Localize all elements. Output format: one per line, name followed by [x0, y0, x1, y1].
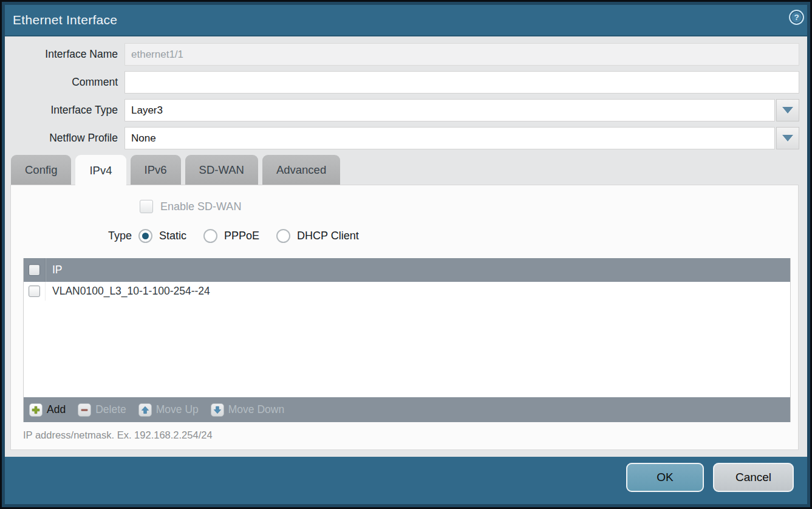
- field-netflow-profile: Netflow Profile None: [5, 127, 799, 149]
- ip-format-hint: IP address/netmask. Ex. 192.168.2.254/24: [23, 429, 798, 441]
- dialog-content: Interface Name Comment Interface Type La…: [5, 35, 807, 457]
- chevron-down-icon: [782, 107, 793, 114]
- arrow-up-icon: [138, 403, 152, 417]
- column-header-ip: IP: [46, 264, 63, 276]
- netflow-profile-select[interactable]: None: [125, 127, 775, 149]
- radio-option-pppoe[interactable]: PPPoE: [203, 229, 259, 243]
- enable-sdwan-label: Enable SD-WAN: [160, 200, 241, 213]
- arrow-down-icon: [211, 403, 224, 417]
- netflow-profile-dropdown-button[interactable]: [776, 127, 799, 149]
- field-comment: Comment: [5, 71, 799, 94]
- netflow-profile-label: Netflow Profile: [5, 127, 125, 149]
- form-area: Interface Name Comment Interface Type La…: [5, 36, 807, 149]
- tab-ipv6[interactable]: IPv6: [131, 155, 181, 185]
- chevron-down-icon: [782, 135, 793, 142]
- delete-button: Delete: [78, 403, 126, 417]
- ip-table: IP VLAN0100_L3_10-1-100-254--24: [23, 258, 791, 422]
- dialog-title: Ethernet Interface: [13, 13, 117, 27]
- ip-cell: VLAN0100_L3_10-1-100-254--24: [46, 285, 210, 298]
- tab-bar: Config IPv4 IPv6 SD-WAN Advanced: [5, 155, 807, 185]
- move-down-button-label: Move Down: [228, 403, 284, 416]
- table-row[interactable]: VLAN0100_L3_10-1-100-254--24: [24, 282, 790, 301]
- ip-table-body: VLAN0100_L3_10-1-100-254--24: [24, 282, 790, 397]
- interface-type-select[interactable]: Layer3: [125, 99, 775, 121]
- radio-option-dhcp-client[interactable]: DHCP Client: [276, 229, 359, 243]
- add-button-label: Add: [47, 403, 66, 416]
- minus-icon: [78, 403, 91, 417]
- pppoe-radio[interactable]: [203, 229, 217, 243]
- titlebar: Ethernet Interface: [5, 5, 807, 35]
- comment-label: Comment: [5, 71, 125, 94]
- ip-table-header: IP: [24, 258, 790, 282]
- interface-name-label: Interface Name: [5, 43, 125, 66]
- ipv4-panel: Enable SD-WAN Type Static PPPoE DHCP Cli…: [10, 185, 799, 450]
- header-checkbox-cell: [24, 258, 46, 282]
- plus-icon: [29, 403, 43, 417]
- static-radio-label: Static: [159, 230, 186, 242]
- svg-text:?: ?: [794, 13, 799, 22]
- dhcp-client-radio-label: DHCP Client: [297, 230, 359, 242]
- move-down-button: Move Down: [211, 403, 284, 417]
- ok-button[interactable]: OK: [626, 463, 704, 492]
- enable-sdwan-row: Enable SD-WAN: [140, 200, 798, 213]
- field-interface-name: Interface Name: [5, 43, 799, 66]
- row-checkbox[interactable]: [29, 285, 40, 297]
- type-label: Type: [11, 230, 132, 242]
- move-up-button: Move Up: [138, 403, 199, 417]
- tab-config[interactable]: Config: [11, 155, 71, 185]
- pppoe-radio-label: PPPoE: [224, 230, 259, 242]
- comment-input[interactable]: [125, 71, 799, 94]
- row-checkbox-cell: [24, 282, 46, 301]
- static-radio[interactable]: [138, 229, 152, 243]
- field-interface-type: Interface Type Layer3: [5, 99, 799, 121]
- ethernet-interface-dialog: Ethernet Interface ? Interface Name Comm…: [0, 0, 812, 509]
- delete-button-label: Delete: [95, 403, 126, 416]
- table-toolbar: Add Delete: [24, 397, 790, 422]
- interface-type-dropdown-button[interactable]: [776, 99, 799, 121]
- enable-sdwan-checkbox: [140, 200, 153, 213]
- cancel-button[interactable]: Cancel: [713, 463, 794, 492]
- select-all-checkbox[interactable]: [29, 264, 40, 276]
- interface-type-label: Interface Type: [5, 99, 125, 121]
- move-up-button-label: Move Up: [156, 403, 199, 416]
- tab-sdwan[interactable]: SD-WAN: [185, 155, 258, 185]
- add-button[interactable]: Add: [29, 403, 66, 417]
- type-row: Type Static PPPoE DHCP Client: [11, 229, 798, 243]
- tab-advanced[interactable]: Advanced: [262, 155, 340, 185]
- radio-option-static[interactable]: Static: [138, 229, 186, 243]
- dhcp-client-radio[interactable]: [276, 229, 290, 243]
- interface-name-input: [125, 43, 799, 66]
- help-icon[interactable]: ?: [788, 9, 805, 26]
- tab-ipv4[interactable]: IPv4: [75, 155, 126, 186]
